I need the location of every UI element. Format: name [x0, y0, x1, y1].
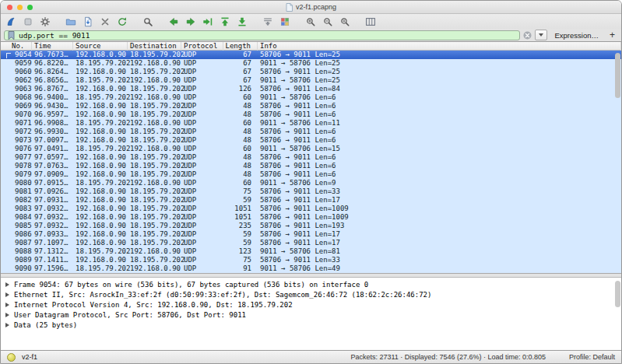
packet-row[interactable]: 908397.0932…192.168.0.9018.195.79.202UDP…	[1, 205, 621, 213]
expand-triangle-icon[interactable]	[5, 292, 9, 297]
filter-dropdown-button[interactable]	[535, 30, 547, 40]
go-to-bottom-button[interactable]	[235, 15, 248, 28]
packet-row[interactable]: 906096.8264…192.168.0.9018.195.79.202UDP…	[1, 68, 621, 76]
packet-row[interactable]: 907196.9908…18.195.79.202192.168.0.90UDP…	[1, 119, 621, 128]
packet-row[interactable]: 906396.8767…192.168.0.9018.195.79.202UDP…	[1, 85, 621, 93]
zoom-out-button[interactable]	[321, 15, 334, 28]
start-capture-button[interactable]	[4, 15, 17, 28]
wireshark-window: v2-f1.pcapng udp	[0, 0, 622, 364]
cell-source: 192.168.0.90	[73, 256, 128, 264]
cell-time: 97.0933…	[32, 230, 73, 239]
bookmark-icon[interactable]	[8, 31, 15, 40]
detail-line[interactable]: User Datagram Protocol, Src Port: 58706,…	[1, 310, 621, 320]
zoom-in-icon	[305, 16, 316, 27]
expert-info-icon[interactable]	[7, 353, 16, 362]
detail-line[interactable]: Ethernet II, Src: AsrockIn_33:ef:2f (d0:…	[1, 289, 621, 299]
cell-destination: 18.195.79.202	[128, 213, 181, 222]
find-packet-button[interactable]	[141, 15, 154, 28]
packet-row[interactable]: 906896.9400…18.195.79.202192.168.0.90UDP…	[1, 93, 621, 102]
save-file-button[interactable]	[81, 15, 94, 28]
profile-label[interactable]: Profile: Default	[569, 353, 615, 361]
cell-protocol: UDP	[181, 102, 223, 110]
zoom-window-button[interactable]	[27, 5, 33, 10]
colorize-button[interactable]	[278, 15, 291, 28]
cell-no: 9081	[1, 187, 32, 196]
column-header-length[interactable]: Length	[223, 42, 258, 51]
column-header-info[interactable]: Info	[258, 42, 621, 51]
window-title: v2-f1.pcapng	[296, 3, 336, 11]
packet-row[interactable]: 905496.7673…192.168.0.9018.195.79.202UDP…	[1, 51, 621, 59]
add-filter-button[interactable]: +	[610, 30, 615, 40]
packet-statistics: Packets: 27311 · Displayed: 7546 (27.6%)…	[350, 353, 545, 361]
zoom-reset-button[interactable]	[338, 15, 351, 28]
go-back-button[interactable]	[167, 15, 180, 28]
go-forward-button[interactable]	[184, 15, 197, 28]
packet-row[interactable]: 907897.0763…192.168.0.9018.195.79.202UDP…	[1, 162, 621, 170]
cell-destination: 18.195.79.202	[128, 205, 181, 213]
cell-time: 97.0931…	[32, 196, 73, 205]
column-header-time[interactable]: Time	[32, 42, 73, 51]
packet-row[interactable]: 908497.0932…192.168.0.9018.195.79.202UDP…	[1, 213, 621, 222]
reload-button[interactable]	[115, 15, 128, 28]
clear-filter-icon[interactable]	[523, 31, 532, 40]
document-proxy-icon	[286, 3, 293, 12]
packet-row[interactable]: 906296.8656…18.195.79.202192.168.0.90UDP…	[1, 76, 621, 85]
cell-info: 9011 → 58706 Len=15	[258, 145, 621, 153]
close-file-button[interactable]	[98, 15, 111, 28]
filter-bar: udp.port == 9011 Expression… +	[1, 29, 621, 42]
cell-no: 9059	[1, 59, 32, 68]
folder-open-icon	[65, 16, 76, 27]
cell-no: 9072	[1, 128, 32, 136]
packet-row[interactable]: 908697.0933…192.168.0.9018.195.79.202UDP…	[1, 230, 621, 239]
column-header-protocol[interactable]: Protocol	[181, 42, 223, 51]
cell-source: 192.168.0.90	[73, 128, 128, 136]
packet-row[interactable]: 908897.1312…18.195.79.202192.168.0.90UDP…	[1, 247, 621, 256]
cell-source: 18.195.79.202	[73, 76, 128, 85]
capture-options-button[interactable]	[38, 15, 51, 28]
expand-triangle-icon[interactable]	[5, 313, 9, 317]
stop-capture-button[interactable]	[21, 15, 34, 28]
packet-row[interactable]: 908297.0931…192.168.0.9018.195.79.202UDP…	[1, 196, 621, 205]
expand-triangle-icon[interactable]	[5, 303, 9, 307]
packet-row[interactable]: 907296.9930…192.168.0.9018.195.79.202UDP…	[1, 128, 621, 136]
minimize-window-button[interactable]	[17, 5, 23, 10]
cell-time: 97.1312…	[32, 247, 73, 256]
expression-button[interactable]: Expression…	[554, 31, 599, 40]
resize-columns-button[interactable]	[364, 15, 377, 28]
packet-row[interactable]: 908997.1411…192.168.0.9018.195.79.202UDP…	[1, 256, 621, 264]
zoom-in-button[interactable]	[304, 15, 317, 28]
packet-row[interactable]: 905996.8220…18.195.79.202192.168.0.90UDP…	[1, 59, 621, 68]
packet-row[interactable]: 907997.0909…192.168.0.9018.195.79.202UDP…	[1, 170, 621, 179]
expand-triangle-icon[interactable]	[5, 323, 9, 327]
packet-row[interactable]: 907096.9597…192.168.0.9018.195.79.202UDP…	[1, 110, 621, 119]
detail-line[interactable]: Data (25 bytes)	[1, 320, 621, 330]
cell-length: 126	[223, 85, 258, 93]
cell-destination: 192.168.0.90	[128, 119, 181, 128]
packet-list-scrollbar[interactable]	[615, 53, 620, 98]
go-to-top-button[interactable]	[218, 15, 231, 28]
go-to-packet-button[interactable]	[201, 15, 214, 28]
packet-row[interactable]: 909097.1596…18.195.79.202192.168.0.90UDP…	[1, 264, 621, 273]
cell-info: 58706 → 9011 Len=6	[258, 110, 621, 119]
packet-row[interactable]: 907797.0597…192.168.0.9018.195.79.202UDP…	[1, 153, 621, 162]
packet-row[interactable]: 906996.9430…192.168.0.9018.195.79.202UDP…	[1, 102, 621, 110]
close-window-button[interactable]	[7, 5, 12, 10]
detail-line[interactable]: Internet Protocol Version 4, Src: 192.16…	[1, 299, 621, 310]
auto-scroll-button[interactable]	[261, 15, 274, 28]
column-header-destination[interactable]: Destination	[128, 42, 181, 51]
packet-row[interactable]: 908097.0915…18.195.79.202192.168.0.90UDP…	[1, 179, 621, 187]
title-bar: v2-f1.pcapng	[1, 1, 621, 14]
column-header-no[interactable]: No.	[1, 42, 32, 51]
details-scrollbar[interactable]	[615, 281, 620, 307]
packet-row[interactable]: 907397.0097…192.168.0.9018.195.79.202UDP…	[1, 136, 621, 145]
packet-row[interactable]: 908197.0926…192.168.0.9018.195.79.202UDP…	[1, 187, 621, 196]
packet-row[interactable]: 908597.0932…192.168.0.9018.195.79.202UDP…	[1, 222, 621, 230]
packet-row[interactable]: 908797.1097…192.168.0.9018.195.79.202UDP…	[1, 239, 621, 247]
detail-line[interactable]: Frame 9054: 67 bytes on wire (536 bits),…	[1, 279, 621, 289]
packet-row[interactable]: 907697.0491…18.195.79.202192.168.0.90UDP…	[1, 145, 621, 153]
expand-triangle-icon[interactable]	[5, 282, 9, 287]
column-header-source[interactable]: Source	[73, 42, 128, 51]
open-file-button[interactable]	[64, 15, 77, 28]
detail-line-text: Internet Protocol Version 4, Src: 192.16…	[14, 301, 293, 309]
display-filter-input[interactable]: udp.port == 9011	[4, 30, 520, 40]
